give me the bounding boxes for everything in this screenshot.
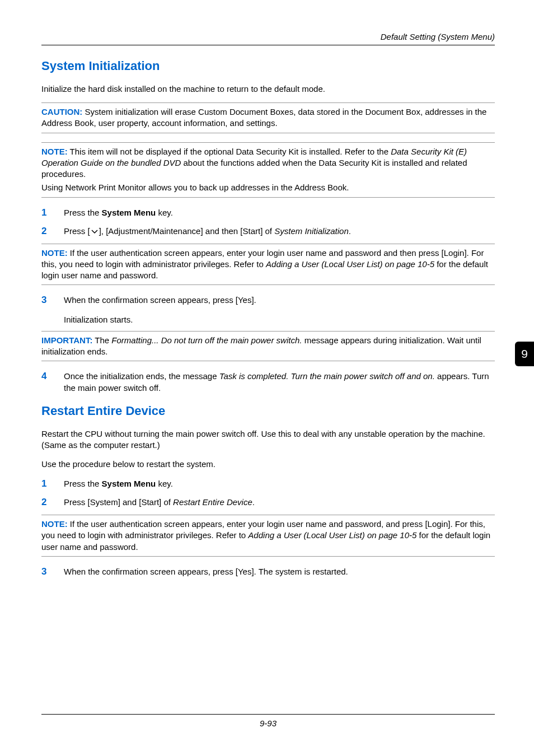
note1-text-a: This item will not be displayed if the o…	[68, 147, 391, 156]
s2-step1-body: Press the System Menu key.	[64, 478, 495, 489]
running-header: Default Setting (System Menu)	[41, 31, 495, 43]
section2-intro1: Restart the CPU without turning the main…	[41, 428, 495, 451]
section1-intro: Initialize the hard disk installed on th…	[41, 83, 495, 95]
step-number-3: 3	[41, 294, 64, 307]
note2-text-b: Adding a User (Local User List) on page …	[266, 259, 434, 269]
caution-label: CAUTION:	[41, 107, 82, 116]
note2-label: NOTE:	[41, 248, 68, 258]
s2-step-number-1: 1	[41, 478, 64, 491]
s1-step4-body: Once the initialization ends, the messag…	[64, 371, 495, 394]
s2-step2-body: Press [System] and [Start] of Restart En…	[64, 497, 495, 508]
important-b: Formatting... Do not turn off the main p…	[111, 335, 302, 345]
s2-step-number-3: 3	[41, 566, 64, 578]
s2-note-callout: NOTE: If the user authentication screen …	[41, 515, 495, 557]
step-number-1: 1	[41, 207, 64, 220]
section1-heading: System Initialization	[41, 58, 495, 74]
s1-step2-body: Press [], [Adjustment/Maintenance] and t…	[64, 226, 495, 237]
s2-note-label: NOTE:	[41, 519, 68, 529]
caution-text: System initialization will erase Custom …	[41, 107, 486, 128]
important-callout: IMPORTANT: The Formatting... Do not turn…	[41, 331, 495, 362]
important-a: The	[92, 335, 111, 345]
s2-step-number-2: 2	[41, 496, 64, 509]
page-number: 9-93	[260, 718, 277, 728]
s2-step3-body: When the confirmation screen appears, pr…	[64, 566, 495, 577]
chapter-tab: 9	[515, 342, 534, 366]
step-number-2: 2	[41, 225, 64, 238]
chevron-down-icon	[91, 229, 99, 235]
s2-note-b: Adding a User (Local User List) on page …	[248, 530, 416, 540]
note1-callout: NOTE: This item will not be displayed if…	[41, 142, 495, 198]
section2-heading: Restart Entire Device	[41, 403, 495, 419]
important-label: IMPORTANT:	[41, 335, 92, 345]
page-footer: 9-93	[41, 714, 495, 729]
caution-callout: CAUTION: System initialization will eras…	[41, 102, 495, 133]
s1-step3-body: When the confirmation screen appears, pr…	[64, 295, 495, 325]
section2-intro2: Use the procedure below to restart the s…	[41, 459, 495, 470]
note1-label: NOTE:	[41, 147, 68, 156]
step-number-4: 4	[41, 370, 64, 383]
header-rule	[41, 45, 495, 45]
note2-callout: NOTE: If the user authentication screen …	[41, 244, 495, 286]
s1-step1-body: Press the System Menu key.	[64, 207, 495, 218]
note1-line2: Using Network Print Monitor allows you t…	[41, 182, 495, 193]
